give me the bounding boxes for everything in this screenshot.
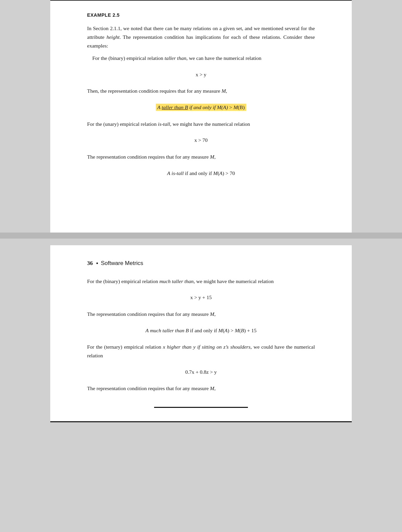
section-number: 36: [87, 259, 93, 268]
highlighted-formula-block: A taller than B if and only if M(A) > M(…: [87, 103, 315, 112]
formula-x-greater-y: x > y: [87, 71, 315, 79]
formula-is-tall: A is-tall if and only if M(A) > 70: [87, 169, 315, 178]
intro-paragraph: In Section 2.1.1, we noted that there ca…: [87, 24, 315, 50]
section-header: 36 ▪ Software Metrics: [87, 259, 315, 268]
taller-than-intro: For the (binary) empirical relation tall…: [87, 54, 315, 63]
representation-condition-2: The representation condition requires th…: [87, 153, 315, 161]
page-separator: [0, 233, 402, 239]
formula-ternary: 0.7x + 0.8z > y: [87, 368, 315, 376]
highlighted-formula: A taller than B if and only if M(A) > M(…: [156, 104, 246, 111]
representation-condition-3: The representation condition requires th…: [87, 310, 315, 319]
formula-much-taller: A much taller than B if and only if M(A)…: [87, 327, 315, 335]
page-1: EXAMPLE 2.5 In Section 2.1.1, we noted t…: [50, 0, 352, 233]
formula-x-greater-y-plus-15: x > y + 15: [87, 293, 315, 302]
bottom-rule: [154, 407, 248, 408]
example-label: EXAMPLE 2.5: [87, 11, 315, 19]
much-taller-intro: For the (binary) empirical relation much…: [87, 277, 315, 286]
representation-condition-4: The representation condition requires th…: [87, 384, 315, 393]
ternary-relation-intro: For the (ternary) empirical relation x h…: [87, 343, 315, 360]
section-bullet: ▪: [96, 259, 98, 268]
formula-x-greater-70: x > 70: [87, 136, 315, 145]
section-title: Software Metrics: [101, 259, 143, 268]
page-2: 36 ▪ Software Metrics For the (binary) e…: [50, 245, 352, 422]
representation-condition-1: Then, the representation condition requi…: [87, 87, 315, 95]
is-tall-intro: For the (unary) empirical relation is-ta…: [87, 120, 315, 128]
